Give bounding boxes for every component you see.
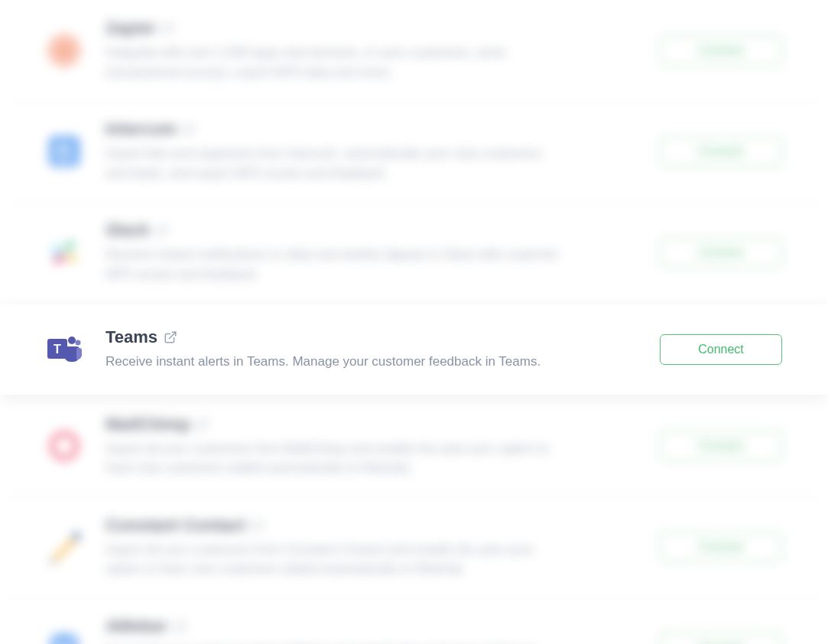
external-link-icon — [174, 620, 187, 633]
svg-point-27 — [68, 337, 76, 344]
svg-rect-19 — [58, 254, 63, 263]
svg-point-21 — [70, 242, 75, 246]
integration-title[interactable]: Zapier — [106, 18, 156, 38]
integration-info: Slack Receive instant notifications or d… — [106, 220, 637, 284]
aweber-icon — [46, 629, 83, 644]
integration-info: Intercom Import lists and segments from … — [106, 119, 637, 183]
svg-point-22 — [70, 259, 75, 263]
external-link-icon[interactable] — [164, 330, 177, 344]
svg-point-20 — [54, 244, 58, 249]
integration-desc: Import all your customers from Constant … — [106, 540, 564, 579]
connect-button[interactable]: Connect — [660, 334, 782, 365]
integration-row-aweber: AWeber Import all your customers from AW… — [0, 598, 828, 645]
external-link-icon — [162, 22, 174, 34]
svg-text:T: T — [54, 343, 61, 356]
svg-rect-18 — [66, 254, 75, 259]
integration-row-intercom: Intercom Import lists and segments from … — [0, 101, 828, 202]
svg-point-31 — [60, 441, 69, 450]
external-link-icon — [183, 123, 195, 135]
integration-title[interactable]: Constant Contact — [106, 516, 245, 535]
integration-info: Constant Contact Import all your custome… — [106, 516, 637, 579]
teams-icon: T — [46, 331, 83, 368]
svg-line-6 — [70, 57, 75, 61]
external-link-icon — [252, 519, 264, 532]
integration-desc: Import lists and segments from Intercom,… — [106, 144, 564, 183]
integration-title[interactable]: Intercom — [106, 119, 177, 139]
svg-line-15 — [188, 125, 193, 130]
integration-row-constant-contact: Constant Contact Import all your custome… — [0, 497, 828, 598]
zapier-icon — [46, 32, 83, 69]
mailchimp-icon — [46, 428, 83, 464]
integration-info: Teams Receive instant alerts in Teams. M… — [106, 327, 637, 372]
svg-rect-37 — [50, 634, 78, 644]
integration-title[interactable]: AWeber — [106, 616, 168, 636]
connect-button[interactable]: Connect — [660, 35, 782, 66]
integration-info: MailChimp Import all your customers from… — [106, 415, 637, 478]
svg-point-35 — [73, 532, 80, 540]
integration-row-teams: T Teams Receive instant alerts in Teams.… — [0, 304, 828, 395]
integration-desc: Receive instant notifications or daily a… — [106, 245, 564, 284]
connect-button[interactable]: Connect — [660, 136, 782, 167]
integration-desc: Integrate with over 1,500 apps and servi… — [106, 43, 564, 82]
integrations-list: Zapier Integrate with over 1,500 apps an… — [0, 0, 828, 644]
external-link-icon — [156, 224, 168, 236]
connect-button[interactable]: Connect — [660, 237, 782, 268]
svg-line-5 — [54, 40, 58, 44]
integration-title[interactable]: Slack — [106, 220, 150, 240]
integration-row-slack: Slack Receive instant notifications or d… — [0, 202, 828, 303]
svg-line-38 — [179, 622, 184, 627]
svg-line-9 — [167, 24, 173, 29]
slack-icon — [46, 234, 83, 271]
svg-line-8 — [70, 40, 75, 44]
integration-title[interactable]: MailChimp — [106, 415, 190, 434]
integration-info: Zapier Integrate with over 1,500 apps an… — [106, 18, 637, 82]
svg-line-29 — [170, 332, 176, 338]
svg-line-36 — [257, 521, 262, 526]
svg-line-7 — [54, 57, 58, 61]
intercom-icon — [46, 133, 83, 170]
connect-button[interactable]: Connect — [660, 633, 782, 644]
integration-row-mailchimp: MailChimp Import all your customers from… — [0, 396, 828, 497]
integration-desc: Import all your customers from AWeber an… — [106, 641, 564, 645]
integration-title[interactable]: Teams — [106, 327, 157, 347]
integration-desc: Receive instant alerts in Teams. Manage … — [106, 352, 564, 372]
svg-line-24 — [161, 226, 166, 231]
connect-button[interactable]: Connect — [660, 431, 782, 461]
integration-row-zapier: Zapier Integrate with over 1,500 apps an… — [0, 0, 828, 101]
integration-info: AWeber Import all your customers from AW… — [106, 616, 637, 645]
constant-contact-icon — [46, 529, 83, 565]
svg-point-0 — [60, 46, 69, 55]
integration-desc: Import all your customers from MailChimp… — [106, 439, 564, 478]
svg-point-28 — [76, 340, 81, 345]
svg-point-23 — [54, 259, 58, 263]
connect-button[interactable]: Connect — [660, 532, 782, 562]
svg-line-32 — [202, 420, 207, 425]
external-link-icon — [196, 418, 209, 431]
svg-rect-17 — [66, 242, 70, 251]
